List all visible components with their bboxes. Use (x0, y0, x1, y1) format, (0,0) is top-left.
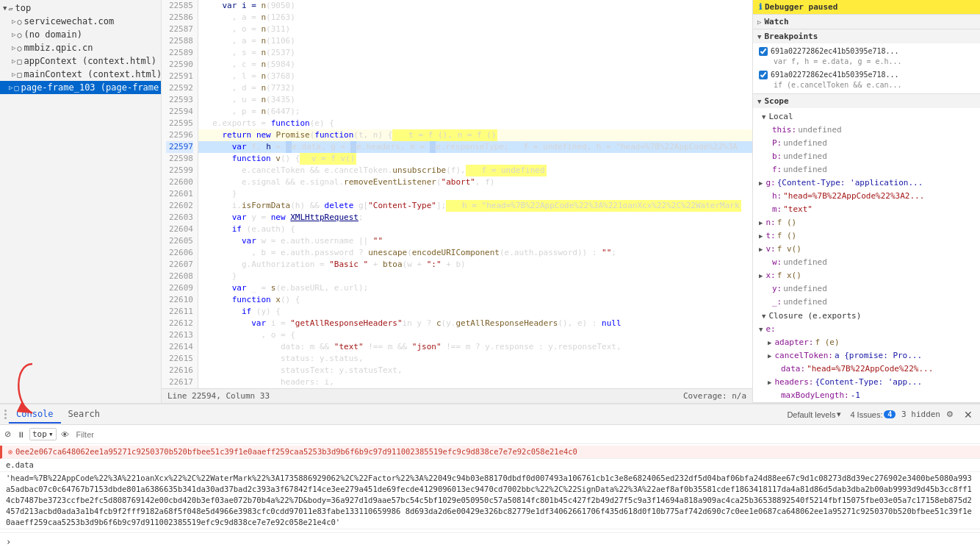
scope-b: b: undefined (753, 150, 980, 163)
scope-y: y: undefined (753, 282, 980, 296)
scope-headers-expand[interactable]: ▶ (768, 376, 771, 388)
scope-n: ▶ n: f () (753, 216, 980, 229)
code-status-bar: Line 22594, Column 33 Coverage: n/a (162, 388, 752, 403)
ln-22609: 22609 (166, 282, 193, 294)
chevron-down-icon: ▾ (837, 410, 841, 419)
scope-local: ▼ Local this: undefined P: undefined b: (753, 108, 980, 403)
watch-section-header[interactable]: ▷ Watch (753, 15, 980, 29)
tree-arrow: ▷ (12, 57, 15, 65)
scope-e-expand[interactable]: ▼ (759, 324, 763, 335)
cursor-position: Line 22594, Column 33 (167, 391, 270, 401)
console-drag-handle[interactable] (3, 405, 9, 424)
scope-x-val: f x() (777, 270, 801, 282)
scope-data-key: data: (781, 363, 805, 375)
scope-x-expand[interactable]: ▶ (759, 270, 763, 282)
local-header[interactable]: ▼ Local (753, 110, 980, 124)
code-line-22616: statusText: y.statusText, (198, 365, 752, 376)
breakpoints-section: ▼ Breakpoints 691a02272862ec41b50395e718… (753, 29, 980, 94)
scope-g-expand[interactable]: ▶ (759, 177, 763, 189)
tree-arrow: ▷ (12, 31, 15, 38)
scope-f-key: f: (772, 164, 782, 176)
code-line-22586: , a = n(1263) (198, 12, 752, 24)
scope-w: w: undefined (753, 256, 980, 269)
context-selector-label: top (32, 429, 47, 439)
ln-22599: 22599 (166, 165, 193, 176)
scope-w-key: w: (772, 257, 782, 268)
code-panel: 22585 22586 22587 22588 22589 22590 2259… (162, 0, 752, 403)
context-selector[interactable]: top ▾ (29, 428, 57, 440)
console-tabs: Console Search Default levels ▾ 4 Issues… (0, 404, 980, 425)
tree-label: servicewechat.com (24, 16, 114, 26)
settings-button[interactable]: ⚙ (943, 408, 956, 421)
ln-22587: 22587 (166, 24, 193, 35)
scope-n-key: n: (765, 217, 775, 229)
scope-p-val: undefined (783, 138, 827, 149)
scope-m: m: "text" (753, 203, 980, 216)
code-line-22590: , c = n(5984) (198, 59, 752, 71)
breakpoint-text-2: 691a02272862ec41b50395e718... if (e.canc… (771, 70, 902, 90)
ln-22601: 22601 (166, 188, 193, 200)
scope-y-val: undefined (783, 283, 827, 295)
tree-item-servicewechat[interactable]: ▷ ○ servicewechat.com (0, 15, 161, 28)
console-row-2: 'head=%7B%22AppCode%22%3A%221oanXcx%22%2… (0, 472, 980, 529)
scope-f-val: undefined (783, 164, 827, 176)
tab-search[interactable]: Search (61, 406, 107, 424)
ln-22595: 22595 (166, 118, 193, 129)
breakpoint-checkbox-2[interactable] (759, 71, 768, 79)
scope-adapter-val: f (e) (815, 337, 839, 349)
code-line-22600: e.signal && e.signal.removeEventListener… (198, 176, 752, 188)
breakpoints-content: 691a02272862ec41b50395e718... var f, h =… (753, 43, 980, 93)
scope-x: ▶ x: f x() (753, 269, 980, 282)
ln-22615: 22615 (166, 353, 193, 365)
scope-this: this: undefined (753, 124, 980, 137)
scope-w-val: undefined (783, 257, 827, 268)
tree-item-pageframe[interactable]: ▷ □ page-frame_103 (page-frame.htm (0, 81, 161, 94)
code-line-22593: , u = n(3435) (198, 94, 752, 106)
tree-item-nodomain[interactable]: ▷ ○ (no domain) (0, 28, 161, 41)
breakpoint-checkbox-1[interactable] (759, 47, 768, 56)
closure-header[interactable]: ▼ Closure (e.exports) (753, 309, 980, 323)
console-output: ⊗ 0ee2e067ca648062ee1a95271c9250370b520b… (0, 444, 980, 532)
ln-22603: 22603 (166, 212, 193, 224)
scope-t-expand[interactable]: ▶ (759, 230, 763, 242)
console-input[interactable] (15, 537, 974, 546)
tab-console[interactable]: Console (9, 406, 61, 424)
code-line-22606: , b = e.auth.password ? unescape(encodeU… (198, 247, 752, 259)
scope-n-expand[interactable]: ▶ (759, 217, 763, 229)
breakpoints-section-header[interactable]: ▼ Breakpoints (753, 29, 980, 43)
filter-input[interactable] (73, 430, 978, 439)
scope-h-key: h: (772, 190, 782, 202)
tree-item-top[interactable]: ▼ ▱ top (0, 1, 161, 15)
tree-label-active: page-frame_103 (page-frame.htm (21, 82, 162, 93)
scope-t: ▶ t: f () (753, 229, 980, 243)
scope-section-header[interactable]: ▼ Scope (753, 94, 980, 108)
scope-headers-key: headers: (774, 376, 813, 388)
breakpoints-label: Breakpoints (764, 32, 818, 41)
watch-section: ▷ Watch (753, 15, 980, 29)
eye-button[interactable]: 👁 (60, 430, 71, 439)
issues-label: 4 Issues: (850, 410, 882, 419)
tree-item-appcontext[interactable]: ▷ □ appContext (context.html) (0, 54, 161, 68)
ln-22592: 22592 (166, 82, 193, 94)
file-icon-active: □ (14, 84, 18, 92)
default-levels-button[interactable]: Default levels ▾ (784, 408, 844, 421)
scope-adapter-expand[interactable]: ▶ (768, 337, 771, 349)
ln-22596: 22596 (166, 129, 193, 141)
tree-item-mmbiz[interactable]: ▷ ○ mmbiz.qpic.cn (0, 41, 161, 54)
clear-console-button[interactable]: ⊘ (3, 429, 12, 439)
tree-arrow: ▷ (12, 71, 15, 78)
code-line-22601: } (198, 188, 752, 200)
code-content: var i = n(9050) , a = n(1263) , o = n(31… (198, 0, 752, 388)
tree-label: (no domain) (24, 29, 82, 40)
scope-canceltoken-expand[interactable]: ▶ (768, 350, 771, 362)
domain-icon: ○ (17, 44, 21, 52)
pause-button[interactable]: ⏸ (15, 430, 26, 439)
main-area: ▼ ▱ top ▷ ○ servicewechat.com ▷ ○ (no do… (0, 0, 980, 403)
code-line-22613: , o = { (198, 329, 752, 341)
tree-item-maincontext[interactable]: ▷ □ mainContext (context.html) (0, 68, 161, 81)
issues-button[interactable]: 4 Issues: 4 (847, 409, 898, 421)
console-close-button[interactable]: ✕ (959, 409, 977, 421)
scope-v-expand[interactable]: ▶ (759, 243, 763, 255)
scope-underscore-key: _: (772, 296, 782, 308)
ln-22589: 22589 (166, 47, 193, 59)
